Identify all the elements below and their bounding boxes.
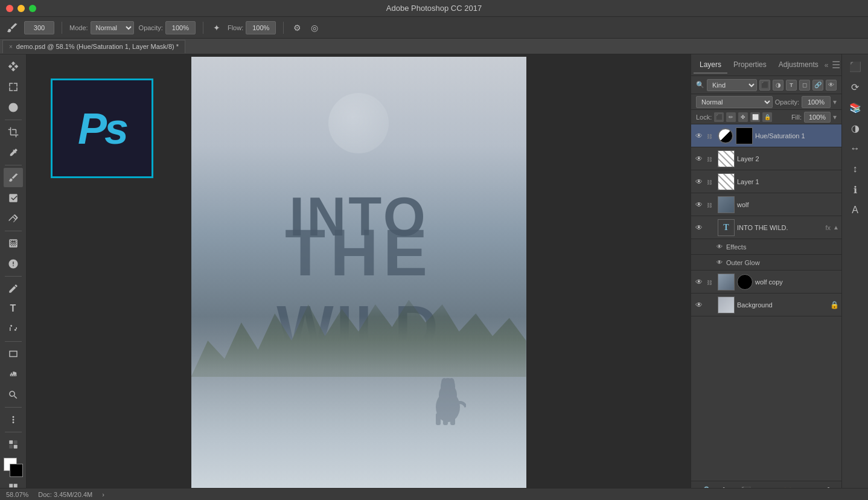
expand-arrow[interactable]: ▲ — [833, 224, 839, 231]
opacity-input[interactable]: 100% — [802, 96, 831, 108]
layer-item-hue-saturation[interactable]: 👁 ⛓ Hue/Saturation 1 — [691, 124, 841, 147]
gradient-tool[interactable] — [4, 234, 23, 253]
layer-visibility-layer1[interactable]: 👁 — [694, 176, 704, 187]
tab-layers[interactable]: Layers — [694, 57, 727, 74]
layer-item-wolf-copy[interactable]: 👁 ⛓ wolf copy — [691, 271, 841, 293]
type-filter-btn[interactable]: T — [786, 80, 797, 91]
lock-transparency-btn[interactable]: ⬛ — [714, 112, 724, 122]
select-tool[interactable] — [4, 77, 23, 97]
zoom-tool[interactable] — [4, 385, 23, 405]
mode-label: Mode: — [69, 24, 88, 31]
eye-filter-btn[interactable]: 👁 — [826, 80, 837, 91]
tool-sep-3 — [5, 231, 22, 231]
shape-filter-btn[interactable]: ◻ — [799, 80, 810, 91]
extra-tool[interactable] — [4, 410, 23, 429]
hand-tool[interactable] — [4, 365, 23, 384]
panel-menu-icon[interactable]: ☰ — [832, 59, 840, 71]
lock-pixels-btn[interactable]: ✏ — [726, 112, 736, 122]
layer-visibility-wolf[interactable]: 👁 — [694, 199, 704, 210]
layer-name-layer1: Layer 1 — [737, 178, 839, 185]
window-controls[interactable] — [6, 5, 36, 12]
sub-visibility-outer-glow[interactable]: 👁 — [715, 258, 724, 267]
blend-mode-select[interactable]: Normal — [696, 96, 773, 108]
libraries-btn[interactable]: 📚 — [846, 98, 865, 117]
crop-tool[interactable] — [4, 123, 23, 142]
layer-visibility-hue-saturation[interactable]: 👁 — [694, 130, 704, 141]
svg-rect-9 — [436, 413, 441, 425]
separator-2 — [203, 22, 203, 34]
eyedropper-tool[interactable] — [4, 143, 23, 162]
color-swatches[interactable] — [4, 458, 23, 477]
close-button[interactable] — [6, 5, 13, 12]
maximize-button[interactable] — [29, 5, 36, 12]
tab-adjustments[interactable]: Adjustments — [773, 57, 825, 74]
tool-sep-5 — [5, 341, 22, 342]
svg-rect-3 — [13, 445, 17, 449]
brush-tool[interactable] — [4, 168, 23, 187]
collapse-icon[interactable]: « — [825, 61, 829, 69]
eraser-tool[interactable] — [4, 209, 23, 228]
layer-visibility-layer2[interactable]: 👁 — [694, 153, 704, 164]
tab-close[interactable]: × — [9, 43, 13, 50]
opacity-input[interactable]: 100% — [165, 21, 196, 34]
layer-item-layer2[interactable]: 👁 ⛓ Layer 2 — [691, 147, 841, 170]
layer-sub-effects[interactable]: 👁 Effects — [691, 239, 841, 255]
lasso-tool[interactable] — [4, 98, 23, 117]
layer-visibility-background[interactable]: 👁 — [694, 300, 704, 310]
layer-name-text: INTO THE WILD. — [737, 224, 822, 231]
layer-visibility-wolf-copy[interactable]: 👁 — [694, 277, 704, 287]
layer-thumb-layer2 — [718, 150, 735, 167]
lock-artboard-btn[interactable]: ⬜ — [750, 112, 760, 122]
kind-select[interactable]: Kind — [707, 79, 757, 91]
layer-visibility-text[interactable]: 👁 — [694, 222, 704, 233]
mode-select[interactable]: Normal Dissolve Multiply — [91, 21, 134, 34]
ps-logo-text: Ps — [78, 104, 126, 153]
history-btn[interactable]: ⟳ — [846, 77, 865, 97]
layer-item-background[interactable]: 👁 Background 🔒 — [691, 293, 841, 316]
lock-all-btn[interactable]: 🔒 — [762, 112, 772, 122]
blend-mode-row: Normal Opacity: 100% ▾ — [691, 94, 841, 110]
brush-settings-btn[interactable]: ⚙ — [291, 22, 304, 34]
pen-tool[interactable] — [4, 279, 23, 298]
panel-tab-group: Layers Properties Adjustments — [694, 57, 825, 74]
right-4-btn[interactable]: A — [846, 200, 865, 220]
layer-item-wolf[interactable]: 👁 ⛓ wolf — [691, 193, 841, 216]
panels-btn[interactable]: ⬛ — [846, 57, 865, 76]
document-tab[interactable]: × demo.psd @ 58.1% (Hue/Saturation 1, La… — [2, 40, 185, 53]
layer-item-layer1[interactable]: 👁 ⛓ Layer 1 — [691, 170, 841, 193]
tab-properties[interactable]: Properties — [727, 57, 773, 74]
minimize-button[interactable] — [18, 5, 25, 12]
shape-tool[interactable] — [4, 344, 23, 364]
layer-sub-outer-glow[interactable]: 👁 Outer Glow — [691, 255, 841, 271]
lock-position-btn[interactable]: ✤ — [738, 112, 748, 122]
path-select-tool[interactable] — [4, 319, 23, 339]
far-right-strip: ⬛ ⟳ 📚 ◑ ↔ ↕ ℹ A — [841, 54, 868, 500]
tool-sep-7 — [5, 432, 22, 432]
tab-bar: × demo.psd @ 58.1% (Hue/Saturation 1, La… — [0, 39, 868, 54]
smart-filter-btn[interactable]: 🔗 — [812, 80, 823, 91]
sub-visibility-effects[interactable]: 👁 — [715, 243, 724, 251]
flow-input[interactable]: 100% — [246, 21, 276, 34]
document-canvas: INTO THE WILD — [191, 57, 526, 498]
type-tool[interactable]: T — [4, 299, 23, 318]
right-2-btn[interactable]: ↕ — [846, 159, 865, 179]
background-color[interactable] — [10, 464, 23, 477]
adjustments-panel-btn[interactable]: ◑ — [846, 118, 865, 138]
stamp-tool[interactable] — [4, 188, 23, 208]
main-layout: T Ps — [0, 54, 868, 500]
left-toolbar: T — [0, 54, 27, 500]
quick-mask-tool[interactable] — [4, 435, 23, 454]
canvas-area[interactable]: Ps INTO THE WILD — [27, 54, 691, 500]
right-3-btn[interactable]: ℹ — [846, 180, 865, 199]
pixel-filter-btn[interactable]: ⬛ — [759, 80, 770, 91]
right-1-btn[interactable]: ↔ — [846, 139, 865, 158]
adjustment-filter-btn[interactable]: ◑ — [773, 80, 783, 91]
layer-item-text[interactable]: 👁 T INTO THE WILD. fx ▲ — [691, 216, 841, 239]
symmetry-btn[interactable]: ◎ — [308, 22, 321, 34]
brush-size-input[interactable]: 300 — [24, 21, 54, 34]
fill-input[interactable]: 100% — [804, 112, 831, 123]
dodge-tool[interactable] — [4, 254, 23, 274]
airbrush-toggle[interactable]: ✦ — [211, 22, 223, 34]
layer-name-background: Background — [737, 301, 828, 309]
move-tool[interactable] — [4, 57, 23, 76]
